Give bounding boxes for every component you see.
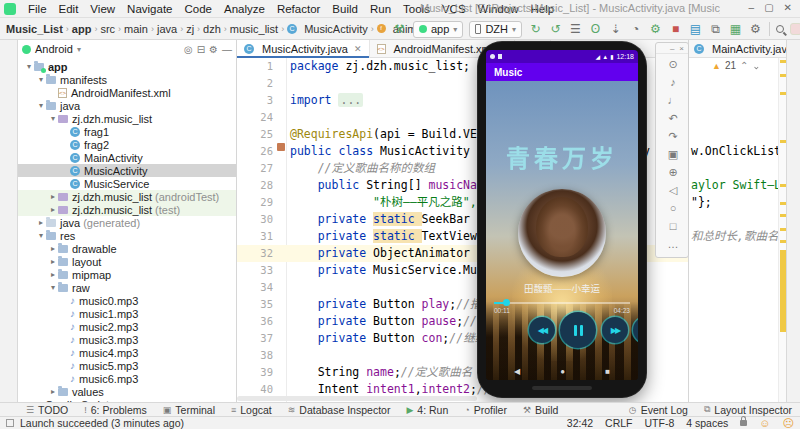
profile-avatar[interactable] — [790, 23, 800, 35]
tree-item-java[interactable]: ▸java(generated) — [18, 216, 237, 229]
prev-warning-icon[interactable]: ⌃ — [740, 60, 748, 71]
tool-window-terminal[interactable]: ▣Terminal — [155, 403, 223, 417]
gutter-class-marker-icon[interactable] — [277, 143, 285, 151]
tool-window-logcat[interactable]: ≡Logcat — [223, 403, 280, 417]
line-ending[interactable]: CRLF — [605, 417, 632, 429]
hide-panel-icon[interactable]: — — [222, 44, 232, 55]
tree-chevron-icon[interactable]: ▾ — [36, 101, 46, 110]
tree-chevron-icon[interactable]: ▸ — [48, 387, 58, 396]
file-encoding[interactable]: UTF-8 — [645, 417, 675, 429]
back-icon[interactable]: ◀ — [514, 367, 520, 376]
build-hammer-icon[interactable]: ⚒ — [392, 22, 407, 36]
tool-window-toggle-icon[interactable] — [6, 419, 14, 427]
breadcrumb-item-src[interactable]: src — [100, 23, 115, 35]
menu-refactor[interactable]: Refactor — [271, 3, 326, 15]
minimize-icon[interactable]: – — [749, 2, 755, 13]
running-devices-icon[interactable]: ⧉ — [708, 22, 723, 36]
caret-position[interactable]: 32:42 — [567, 417, 593, 429]
breadcrumb-item-dzh[interactable]: dzh — [203, 23, 221, 35]
sad-face-icon[interactable]: ☹ — [783, 418, 794, 428]
apply-code-changes-icon[interactable]: ↺ — [548, 22, 563, 36]
breadcrumb-item-music_list[interactable]: music_list — [230, 23, 278, 35]
tree-item-zj-dzh-music-list[interactable]: ▸zj.dzh.music_list(androidTest) — [18, 190, 237, 203]
tree-item-res[interactable]: ▾res — [18, 229, 237, 242]
collapse-all-icon[interactable]: ⊟ — [197, 44, 205, 55]
tree-item-music1-mp3[interactable]: ♪music1.mp3 — [18, 307, 237, 320]
menu-run[interactable]: Run — [364, 3, 397, 15]
breadcrumb-item-main[interactable]: main — [124, 23, 148, 35]
indent-setting[interactable]: 4 spaces — [686, 417, 728, 429]
tree-chevron-icon[interactable]: ▸ — [48, 270, 58, 279]
overview-icon[interactable]: ■ — [605, 367, 610, 376]
tree-item-java[interactable]: ▾java — [18, 99, 237, 112]
tree-item-layout[interactable]: ▸layout — [18, 255, 237, 268]
tree-chevron-icon[interactable]: ▸ — [48, 205, 58, 214]
debug-icon[interactable]: ʘ — [588, 22, 603, 36]
tree-item-values[interactable]: ▸values — [18, 385, 237, 398]
happy-face-icon[interactable]: ☺ — [759, 418, 770, 428]
maximize-icon[interactable]: ▢ — [764, 2, 773, 13]
profile-gear-icon[interactable]: ⚙ — [648, 22, 663, 36]
locate-file-icon[interactable]: ◎ — [184, 44, 193, 55]
tree-item-app[interactable]: ▾app — [18, 60, 237, 73]
home-icon[interactable]: ○ — [656, 202, 690, 214]
error-stripe-scrollbar[interactable] — [778, 58, 786, 402]
tree-chevron-icon[interactable]: ▸ — [36, 218, 46, 227]
tree-item-musicactivity[interactable]: CMusicActivity — [18, 164, 237, 177]
menu-build[interactable]: Build — [326, 3, 364, 15]
device-manager-icon[interactable]: ▤ — [688, 22, 703, 36]
close-icon[interactable]: ✕ — [784, 2, 792, 13]
right-split-editor[interactable]: w.OnClickListener{aylor Swift—Love_S"};和… — [689, 58, 778, 402]
home-icon[interactable]: ● — [560, 367, 565, 376]
rotate-left-icon[interactable]: ↶ — [656, 112, 690, 125]
tree-item-mipmap[interactable]: ▸mipmap — [18, 268, 237, 281]
volume-up-icon[interactable]: ♪ — [656, 76, 690, 88]
tree-item-musicservice[interactable]: CMusicService — [18, 177, 237, 190]
tree-item-music4-mp3[interactable]: ♪music4.mp3 — [18, 346, 237, 359]
tree-item-manifests[interactable]: ▾manifests — [18, 73, 237, 86]
lock-icon[interactable] — [740, 420, 747, 426]
tree-chevron-icon[interactable]: ▸ — [48, 257, 58, 266]
tree-chevron-icon[interactable]: ▾ — [24, 62, 34, 71]
menu-file[interactable]: File — [22, 3, 53, 15]
overview-icon[interactable]: □ — [656, 220, 690, 232]
tab-musicactivity-java[interactable]: CMusicActivity.java✕ — [237, 40, 370, 58]
tool-window-event-log[interactable]: ◷Event Log — [621, 403, 696, 417]
menu-navigate[interactable]: Navigate — [121, 3, 178, 15]
close-tab-icon[interactable]: ✕ — [354, 44, 362, 54]
sdk-manager-icon[interactable]: ▦ — [728, 22, 743, 36]
phone-screen[interactable]: ◢ ▲ ▮ 12:18 Music 青春万岁 田馥甄——小幸运 00:11 04… — [486, 50, 638, 380]
settings-sync-icon[interactable]: ⚙ — [748, 22, 763, 36]
run-configurations-icon[interactable]: ☰ — [568, 22, 583, 36]
tool-window-run[interactable]: ▶4: Run — [398, 403, 456, 417]
breadcrumb-item-zj[interactable]: zj — [186, 23, 194, 35]
fast-forward-button[interactable]: ▶▶ — [602, 317, 628, 343]
inspection-widget[interactable]: ▲ 21 ⌃ ⌃ — [712, 60, 761, 71]
back-icon[interactable]: ◁ — [656, 184, 690, 197]
menu-view[interactable]: View — [84, 3, 121, 15]
tree-item-music2-mp3[interactable]: ♪music2.mp3 — [18, 320, 237, 333]
volume-down-icon[interactable]: ♩ — [656, 94, 690, 106]
tool-window-database[interactable]: ≋Database Inspector — [280, 403, 399, 417]
menu-analyze[interactable]: Analyze — [218, 3, 271, 15]
rotate-right-icon[interactable]: ↷ — [656, 130, 690, 143]
zoom-icon[interactable]: ⊕ — [656, 166, 690, 179]
tree-item-frag1[interactable]: Cfrag1 — [18, 125, 237, 138]
seek-bar[interactable] — [494, 302, 630, 304]
menu-edit[interactable]: Edit — [53, 3, 85, 15]
next-warning-icon[interactable]: ⌃ — [752, 60, 760, 71]
breadcrumb-item-app[interactable]: app — [72, 23, 92, 35]
emulator-minimize-icon[interactable]: – — [670, 44, 674, 53]
tree-item-raw[interactable]: ▾raw — [18, 281, 237, 294]
pause-button[interactable] — [560, 312, 596, 348]
tree-chevron-icon[interactable]: ▸ — [48, 244, 58, 253]
tree-item-zj-dzh-music-list[interactable]: ▾zj.dzh.music_list — [18, 112, 237, 125]
tool-window-problems[interactable]: !6: Problems — [76, 403, 155, 417]
tool-window-build[interactable]: ⚒Build — [515, 403, 566, 417]
breadcrumb-item-java[interactable]: java — [157, 23, 177, 35]
tool-window-layout-inspector[interactable]: ⧉Layout Inspector — [696, 403, 800, 417]
tree-item-zj-dzh-music-list[interactable]: ▸zj.dzh.music_list(test) — [18, 203, 237, 216]
run-configuration-select[interactable]: app ▾ — [413, 21, 463, 38]
emulator-close-icon[interactable]: × — [679, 44, 684, 53]
seek-thumb[interactable] — [503, 299, 510, 306]
